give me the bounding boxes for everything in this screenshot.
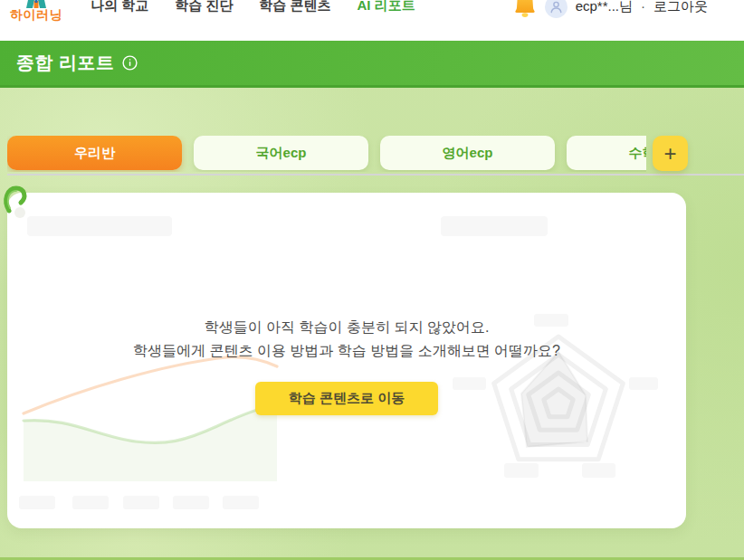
add-class-button[interactable]: +	[653, 136, 688, 171]
nav-item-learning-diagnosis[interactable]: 학습 진단	[175, 0, 233, 14]
skeleton-x-tick	[72, 496, 109, 509]
tabs-divider	[7, 174, 744, 176]
page-title: 종합 리포트	[16, 51, 115, 75]
skeleton-right-chart-title	[441, 216, 548, 236]
report-card: 학생들이 아직 학습이 충분히 되지 않았어요. 학생들에게 콘텐츠 이용 방법…	[7, 193, 686, 528]
page-header-band: 종합 리포트	[0, 41, 744, 88]
logout-button[interactable]: 로그아웃	[653, 0, 708, 15]
top-navigation-bar: 하이러닝 나의 학교 학습 진단 학습 콘텐츠 AI 리포트	[0, 0, 744, 41]
empty-state-line1: 학생들이 아직 학습이 충분히 되지 않았어요.	[7, 316, 686, 339]
user-avatar[interactable]	[545, 0, 568, 18]
nav-item-ai-report[interactable]: AI 리포트	[358, 0, 415, 14]
empty-state-line2: 학생들에게 콘텐츠 이용 방법과 학습 방법을 소개해보면 어떨까요?	[7, 339, 686, 363]
nav-user-area: ecp**...님 · 로그아웃	[513, 0, 708, 19]
class-tabs: 우리반국어ecp영어ecp수학ecp	[7, 136, 646, 172]
skeleton-x-tick	[19, 496, 55, 509]
tab-our-class[interactable]: 우리반	[7, 136, 182, 170]
skeleton-left-chart-title	[27, 216, 172, 236]
notification-bell-icon[interactable]	[513, 0, 537, 19]
nav-item-my-school[interactable]: 나의 학교	[91, 0, 148, 14]
nav-item-learning-content[interactable]: 학습 콘텐츠	[259, 0, 330, 14]
app-logo-text: 하이러닝	[7, 7, 65, 24]
person-icon	[549, 0, 563, 14]
skeleton-radar-label	[504, 463, 539, 478]
user-name[interactable]: ecp**...님	[576, 0, 633, 15]
skeleton-x-tick	[123, 496, 159, 509]
app-logo[interactable]: 하이러닝	[7, 0, 65, 24]
decorative-sprout-icon	[2, 182, 33, 220]
empty-state-message: 학생들이 아직 학습이 충분히 되지 않았어요. 학생들에게 콘텐츠 이용 방법…	[7, 316, 686, 415]
go-to-learning-content-button[interactable]: 학습 콘텐츠로 이동	[255, 382, 438, 415]
tab-korean-ecp[interactable]: 국어ecp	[194, 136, 368, 170]
skeleton-x-tick	[223, 496, 259, 509]
tab-math-ecp[interactable]: 수학ecp	[567, 136, 646, 170]
info-icon[interactable]	[122, 55, 138, 71]
skeleton-x-tick	[173, 496, 209, 509]
skeleton-radar-label	[582, 463, 615, 478]
tab-english-ecp[interactable]: 영어ecp	[380, 136, 555, 170]
nav-menu: 나의 학교 학습 진단 학습 콘텐츠 AI 리포트	[91, 0, 415, 14]
separator-dot: ·	[641, 0, 645, 14]
